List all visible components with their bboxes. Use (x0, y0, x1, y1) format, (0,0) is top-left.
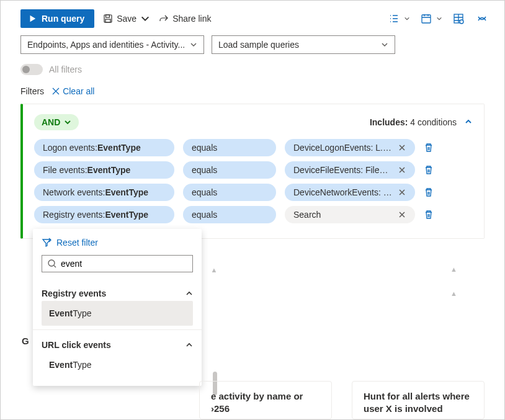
condition-operator-label: equals (192, 210, 217, 220)
collapse-group-button[interactable] (464, 117, 473, 128)
delete-condition-button[interactable] (424, 210, 434, 220)
svg-point-5 (460, 20, 463, 24)
condition-operator-pill[interactable]: equals (183, 161, 276, 179)
date-view-button[interactable] (419, 11, 434, 26)
condition-value-pill[interactable]: DeviceLogonEvents: L... , +1 (285, 139, 415, 156)
chevron-down-icon (64, 118, 71, 126)
chevron-down-icon[interactable] (404, 16, 410, 22)
filter-group-head: AND Includes: 4 conditions (34, 114, 473, 130)
condition-operator-pill[interactable]: equals (183, 206, 276, 223)
field-option[interactable]: EventType (42, 301, 193, 326)
remove-value-button[interactable] (398, 166, 406, 174)
field-option-bold: Event (49, 360, 73, 370)
save-label: Save (117, 14, 136, 24)
condition-operator-pill[interactable]: equals (183, 139, 276, 156)
delete-condition-button[interactable] (424, 187, 434, 197)
condition-operator-label: equals (192, 165, 217, 175)
chevron-down-icon (140, 14, 150, 24)
list-icon (388, 13, 400, 24)
edit-in-kql-button[interactable] (475, 11, 489, 26)
filters-toggle-row: All filters (1, 64, 504, 86)
wand-icon (476, 13, 488, 24)
reset-filter-label: Reset filter (56, 238, 98, 248)
run-query-label: Run query (42, 14, 84, 24)
filters-header: Filters Clear all (1, 86, 504, 104)
condition-value-pill[interactable]: DeviceNetworkEvents: Co... (285, 184, 415, 201)
field-option-bold: Event (49, 308, 73, 318)
share-icon (159, 14, 169, 24)
svg-point-6 (48, 260, 55, 266)
svg-rect-2 (105, 19, 110, 22)
close-icon (398, 166, 406, 174)
condition-value-text: Search (293, 210, 321, 220)
play-icon (28, 14, 37, 23)
run-query-button[interactable]: Run query (20, 9, 94, 28)
close-icon (398, 143, 406, 152)
chevron-down-icon[interactable] (436, 16, 442, 22)
condition-field-pill[interactable]: Network events: EventType (34, 184, 174, 201)
logical-operator-pill[interactable]: AND (34, 114, 79, 130)
field-section-header[interactable]: Registry events (42, 282, 193, 301)
remove-value-button[interactable] (398, 210, 406, 219)
condition-value-text: DeviceNetworkEvents: Co... (293, 187, 393, 197)
suggestion-card-title: e activity by name or ›256 (211, 391, 303, 414)
field-section-header[interactable]: URL click events (42, 334, 193, 352)
close-icon (51, 87, 60, 96)
condition-field-pill[interactable]: Logon events: EventType (34, 139, 174, 156)
suggestion-card[interactable]: e activity by name or ›256 (199, 381, 332, 420)
top-toolbar: Run query Save Share link (1, 1, 504, 35)
clear-all-button[interactable]: Clear all (51, 86, 94, 96)
condition-row: Logon events: EventTypeequalsDeviceLogon… (34, 139, 473, 156)
field-search-input-wrap[interactable] (42, 255, 193, 272)
remove-value-button[interactable] (398, 143, 406, 152)
list-view-button[interactable] (387, 11, 401, 26)
scope-select[interactable]: Endpoints, Apps and identities - Activit… (20, 35, 204, 54)
condition-field-prefix: File events: (43, 165, 87, 175)
field-option-rest: Type (73, 360, 91, 370)
includes-label: Includes: (370, 117, 408, 127)
share-link-button[interactable]: Share link (159, 14, 211, 24)
condition-value-text: DeviceLogonEvents: L... , +1 (293, 143, 393, 153)
condition-value-text: DeviceFileEvents: FileModi... (293, 165, 393, 175)
calendar-icon (421, 13, 432, 24)
suggestion-card[interactable]: Hunt for all alerts where user X is invo… (352, 381, 485, 420)
condition-value-pill[interactable]: DeviceFileEvents: FileModi... (285, 161, 415, 179)
delete-condition-button[interactable] (424, 165, 434, 175)
condition-operator-pill[interactable]: equals (183, 184, 276, 201)
field-section-title: Registry events (42, 288, 106, 298)
save-icon (103, 14, 113, 24)
search-icon (47, 259, 57, 269)
sample-queries-value: Load sample queries (218, 40, 299, 50)
close-icon (398, 210, 406, 219)
reset-filter-button[interactable]: Reset filter (42, 238, 193, 248)
grid-icon (453, 13, 464, 24)
condition-row: Registry events: EventTypeequalsSearch (34, 206, 473, 223)
condition-field-pill[interactable]: Registry events: EventType (34, 206, 174, 223)
suggestion-cards-row: e activity by name or ›256 Hunt for all … (1, 381, 504, 420)
condition-field-prefix: Network events: (43, 187, 105, 197)
sample-queries-select[interactable]: Load sample queries (212, 35, 395, 54)
condition-field-prefix: Logon events: (43, 143, 97, 153)
field-option-rest: Type (73, 308, 91, 318)
chevron-up-icon (464, 117, 473, 126)
field-picker-dropdown: Reset filter Registry eventsEventTypeURL… (33, 229, 202, 386)
field-search-input[interactable] (61, 259, 187, 269)
share-label: Share link (172, 14, 211, 24)
filters-label: Filters (20, 86, 44, 96)
save-button[interactable]: Save (103, 14, 150, 24)
condition-field-pill[interactable]: File events: EventType (34, 161, 174, 179)
trash-icon (424, 165, 434, 175)
results-grid-button[interactable] (451, 11, 466, 26)
remove-value-button[interactable] (398, 188, 406, 197)
svg-rect-1 (106, 15, 110, 17)
condition-field-prefix: Registry events: (43, 210, 105, 220)
condition-value-pill[interactable]: Search (285, 206, 415, 223)
filter-group-card: AND Includes: 4 conditions Logon events:… (20, 104, 485, 239)
field-option[interactable]: EventType (42, 352, 193, 377)
condition-field-bold: EventType (105, 187, 148, 197)
delete-condition-button[interactable] (424, 143, 434, 153)
scroll-up-icon: ▲ (209, 266, 219, 274)
all-filters-toggle[interactable] (20, 64, 43, 75)
truncated-heading: G (22, 336, 29, 346)
funnel-reset-icon (42, 238, 51, 248)
